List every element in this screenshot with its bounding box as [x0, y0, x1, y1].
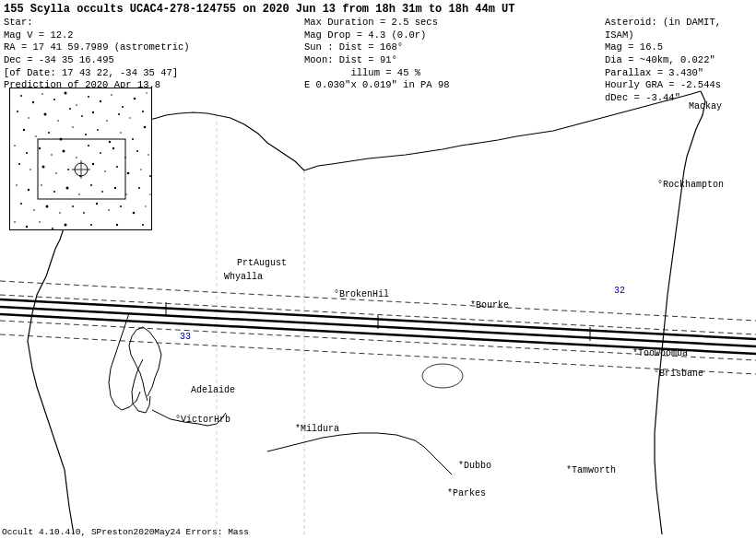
map-label: Adelaide: [191, 385, 235, 395]
map-label: Whyalla: [224, 272, 263, 282]
svg-point-23: [122, 106, 124, 108]
svg-point-56: [112, 147, 114, 149]
svg-point-16: [41, 93, 43, 95]
svg-point-73: [28, 189, 30, 191]
svg-point-24: [134, 98, 136, 100]
svg-point-49: [26, 152, 28, 154]
star-field-inset: [9, 88, 152, 230]
svg-point-19: [76, 104, 77, 106]
svg-point-86: [46, 205, 49, 208]
svg-point-88: [72, 205, 74, 207]
svg-point-60: [18, 163, 20, 165]
svg-point-67: [104, 170, 106, 172]
map-area: Mackay°RockhamptonPrtAugustWhyalla°Broke…: [0, 83, 756, 534]
map-label: Mackay: [689, 101, 722, 111]
svg-point-18: [65, 92, 67, 95]
svg-point-58: [136, 150, 138, 152]
header: 155 Scylla occults UCAC4-278-124755 on 2…: [0, 0, 756, 17]
svg-point-45: [120, 132, 122, 134]
svg-point-71: [149, 175, 151, 177]
map-label: PrtAugust: [237, 258, 287, 268]
star-ra: RA = 17 41 59.7989 (astrometric): [4, 41, 304, 54]
svg-point-74: [41, 184, 42, 186]
svg-point-53: [76, 157, 77, 158]
star-mag: Mag V = 12.2: [4, 29, 304, 42]
svg-point-59: [148, 154, 148, 155]
svg-point-29: [57, 120, 59, 122]
map-label: *Dubbo: [458, 461, 491, 471]
svg-point-12: [422, 364, 463, 388]
map-label: 32: [614, 286, 625, 296]
svg-point-26: [17, 111, 18, 112]
svg-point-98: [39, 221, 41, 223]
svg-point-76: [66, 187, 69, 190]
map-label: *Parkes: [447, 488, 486, 498]
svg-point-90: [96, 203, 98, 205]
svg-point-21: [100, 100, 101, 102]
svg-point-28: [44, 113, 47, 116]
svg-point-54: [88, 145, 89, 146]
svg-point-102: [90, 224, 92, 226]
event-sun: Sun : Dist = 168°: [304, 41, 605, 54]
svg-point-50: [39, 147, 41, 149]
asteroid-mag: Mag = 16.5: [605, 41, 752, 54]
svg-point-15: [32, 101, 34, 103]
map-label: °Brisbane: [654, 369, 703, 379]
svg-point-46: [132, 138, 134, 140]
map-label: 33: [180, 332, 191, 342]
svg-point-39: [48, 132, 50, 134]
svg-point-14: [20, 95, 22, 97]
svg-point-69: [127, 172, 130, 175]
svg-point-43: [97, 129, 99, 131]
svg-point-84: [20, 203, 22, 205]
svg-point-55: [100, 152, 101, 154]
svg-point-37: [23, 129, 25, 131]
svg-point-31: [81, 115, 83, 117]
svg-rect-13: [10, 88, 152, 230]
star-label: Star:: [4, 17, 304, 29]
footer-text: Occult 4.10.4.0, SPreston2020May24 Error…: [2, 527, 249, 537]
map-label: *Mildura: [295, 424, 339, 434]
svg-point-106: [142, 224, 144, 226]
svg-point-70: [140, 169, 141, 170]
svg-point-32: [92, 111, 94, 113]
map-label: °VictorHrb: [175, 415, 230, 425]
event-illum: illum = 45 %: [304, 67, 605, 80]
svg-point-35: [129, 117, 130, 118]
svg-point-25: [146, 92, 147, 93]
svg-point-44: [109, 141, 111, 143]
svg-point-20: [88, 96, 89, 98]
svg-point-47: [144, 126, 147, 129]
svg-point-94: [145, 205, 146, 206]
svg-point-17: [53, 99, 55, 100]
svg-point-92: [120, 205, 122, 207]
svg-point-99: [52, 228, 53, 229]
svg-point-78: [90, 184, 92, 186]
svg-point-79: [101, 191, 103, 193]
svg-point-34: [118, 113, 120, 115]
page-title: 155 Scylla occults UCAC4-278-124755 on 2…: [4, 2, 752, 17]
svg-point-83: [149, 193, 150, 194]
map-label: °BrokenHil: [334, 289, 389, 299]
svg-point-104: [116, 224, 118, 226]
svg-point-61: [30, 169, 31, 170]
star-dec: Dec = -34 35 16.495: [4, 54, 304, 67]
svg-point-52: [63, 150, 65, 153]
svg-point-87: [59, 212, 61, 214]
svg-point-62: [42, 166, 45, 169]
event-moon: Moon: Dist = 91°: [304, 54, 605, 67]
svg-point-97: [26, 226, 28, 228]
svg-point-82: [138, 187, 140, 189]
map-label: *Bourke: [470, 300, 509, 311]
svg-point-85: [33, 209, 35, 211]
svg-point-51: [51, 154, 53, 156]
svg-point-96: [14, 221, 16, 223]
svg-point-72: [16, 184, 18, 186]
svg-point-33: [106, 120, 108, 122]
svg-point-68: [116, 166, 118, 168]
svg-point-77: [78, 193, 80, 195]
svg-point-80: [114, 187, 116, 189]
svg-point-41: [72, 126, 74, 128]
asteroid-parallax: Parallax = 3.430": [605, 67, 752, 80]
footer: Occult 4.10.4.0, SPreston2020May24 Error…: [2, 527, 249, 537]
